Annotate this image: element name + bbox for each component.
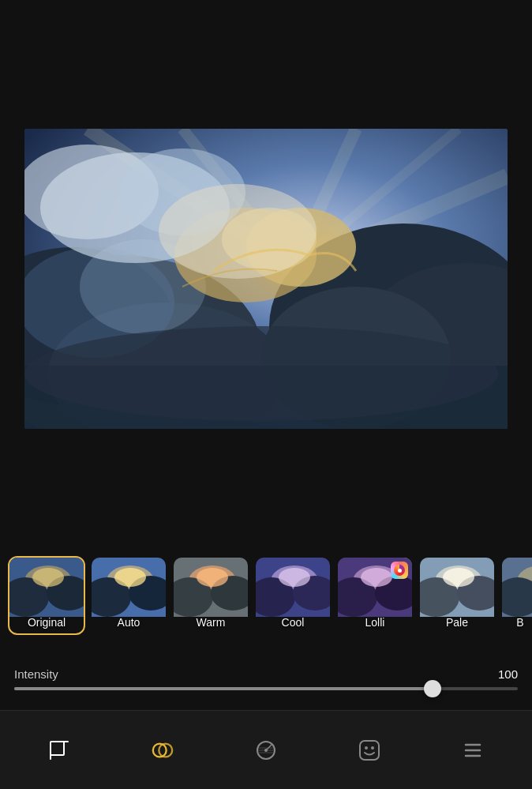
svg-rect-58 — [51, 742, 64, 755]
filter-original-label: Original — [9, 616, 84, 629]
more-button[interactable] — [443, 728, 503, 772]
filter-button[interactable] — [133, 728, 193, 772]
svg-point-33 — [114, 568, 146, 587]
intensity-label: Intensity — [14, 667, 58, 681]
svg-rect-69 — [360, 741, 379, 760]
filter-lolli-label: Lolli — [338, 616, 412, 629]
svg-point-48 — [361, 568, 392, 587]
intensity-bar: Intensity 100 — [0, 667, 532, 690]
svg-point-43 — [279, 568, 310, 587]
svg-point-28 — [32, 568, 64, 587]
svg-point-23 — [24, 326, 498, 421]
photo-canvas — [0, 0, 532, 513]
filter-pale[interactable]: Pale — [418, 556, 496, 635]
filter-b-thumb — [502, 558, 532, 617]
filter-auto-label: Auto — [92, 616, 166, 629]
filter-cool[interactable]: Cool — [254, 556, 332, 635]
filter-warm-label: Warm — [174, 616, 248, 629]
sky-photo — [24, 129, 508, 429]
filter-b[interactable]: B — [500, 556, 532, 635]
filter-original[interactable]: Original — [8, 556, 85, 635]
bottom-toolbar — [0, 710, 532, 789]
filter-auto[interactable]: Auto — [90, 556, 167, 635]
filter-rings-icon — [148, 736, 177, 765]
filter-cool-thumb — [256, 558, 330, 617]
sticker-icon — [355, 736, 384, 765]
svg-point-71 — [371, 746, 374, 750]
more-icon — [459, 736, 487, 765]
svg-point-56 — [502, 577, 532, 617]
filter-cool-label: Cool — [256, 616, 330, 629]
filter-warm-thumb — [174, 558, 248, 617]
crop-button[interactable] — [29, 728, 89, 772]
filter-pale-thumb — [420, 558, 494, 617]
lolli-badge — [391, 562, 408, 579]
filter-pale-label: Pale — [420, 616, 494, 629]
sticker-button[interactable] — [339, 728, 399, 772]
filter-strip: Original Auto Warm — [0, 552, 532, 639]
intensity-value: 100 — [498, 667, 518, 681]
filter-lolli[interactable]: Lolli — [336, 556, 414, 635]
intensity-slider-thumb[interactable] — [424, 680, 441, 697]
filter-b-label: B — [502, 616, 532, 629]
intensity-row: Intensity 100 — [14, 667, 518, 681]
svg-point-38 — [197, 568, 228, 587]
crop-icon — [45, 736, 73, 765]
filter-warm[interactable]: Warm — [172, 556, 249, 635]
adjust-icon — [252, 736, 280, 765]
svg-point-53 — [443, 568, 474, 587]
intensity-slider-fill — [14, 687, 433, 690]
filter-original-thumb — [9, 558, 84, 617]
filter-auto-thumb — [92, 558, 166, 617]
photo-display — [24, 129, 508, 429]
svg-point-70 — [365, 746, 368, 750]
svg-point-21 — [159, 184, 317, 279]
intensity-slider-track[interactable] — [14, 687, 518, 690]
adjust-button[interactable] — [236, 728, 296, 772]
